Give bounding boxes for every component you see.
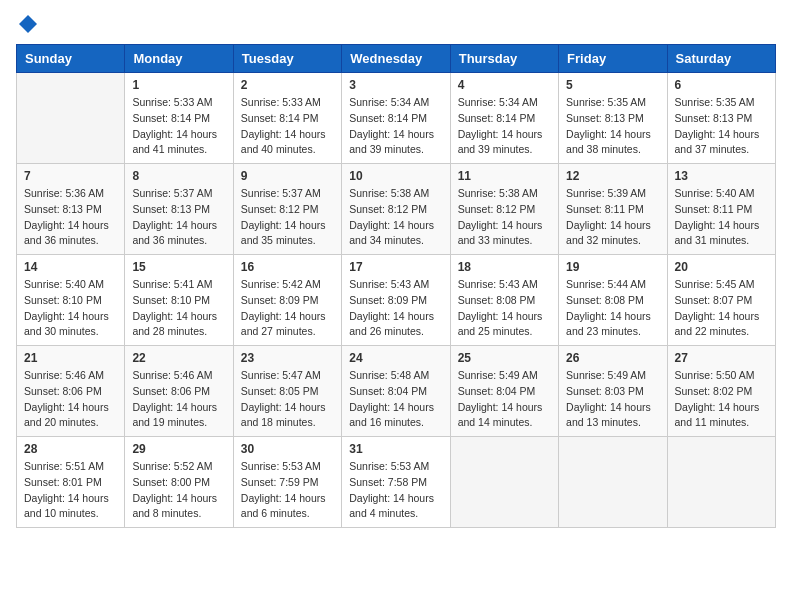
- day-info: Sunrise: 5:51 AMSunset: 8:01 PMDaylight:…: [24, 459, 117, 522]
- sunrise-text: Sunrise: 5:49 AM: [566, 368, 659, 384]
- day-number: 17: [349, 260, 442, 274]
- calendar-cell: 12Sunrise: 5:39 AMSunset: 8:11 PMDayligh…: [559, 164, 667, 255]
- sunset-text: Sunset: 8:04 PM: [349, 384, 442, 400]
- daylight-text: Daylight: 14 hours and 32 minutes.: [566, 218, 659, 250]
- day-info: Sunrise: 5:45 AMSunset: 8:07 PMDaylight:…: [675, 277, 768, 340]
- daylight-text: Daylight: 14 hours and 39 minutes.: [458, 127, 551, 159]
- daylight-text: Daylight: 14 hours and 23 minutes.: [566, 309, 659, 341]
- sunrise-text: Sunrise: 5:40 AM: [675, 186, 768, 202]
- sunrise-text: Sunrise: 5:46 AM: [24, 368, 117, 384]
- day-info: Sunrise: 5:34 AMSunset: 8:14 PMDaylight:…: [458, 95, 551, 158]
- day-info: Sunrise: 5:53 AMSunset: 7:59 PMDaylight:…: [241, 459, 334, 522]
- sunrise-text: Sunrise: 5:51 AM: [24, 459, 117, 475]
- day-info: Sunrise: 5:37 AMSunset: 8:12 PMDaylight:…: [241, 186, 334, 249]
- daylight-text: Daylight: 14 hours and 38 minutes.: [566, 127, 659, 159]
- sunset-text: Sunset: 8:09 PM: [241, 293, 334, 309]
- header-day-saturday: Saturday: [667, 45, 775, 73]
- day-number: 26: [566, 351, 659, 365]
- calendar-cell: 26Sunrise: 5:49 AMSunset: 8:03 PMDayligh…: [559, 346, 667, 437]
- calendar-cell: 21Sunrise: 5:46 AMSunset: 8:06 PMDayligh…: [17, 346, 125, 437]
- day-info: Sunrise: 5:44 AMSunset: 8:08 PMDaylight:…: [566, 277, 659, 340]
- calendar-cell: 4Sunrise: 5:34 AMSunset: 8:14 PMDaylight…: [450, 73, 558, 164]
- calendar-cell: 22Sunrise: 5:46 AMSunset: 8:06 PMDayligh…: [125, 346, 233, 437]
- daylight-text: Daylight: 14 hours and 6 minutes.: [241, 491, 334, 523]
- sunrise-text: Sunrise: 5:34 AM: [458, 95, 551, 111]
- day-number: 8: [132, 169, 225, 183]
- logo: [16, 16, 38, 34]
- day-number: 23: [241, 351, 334, 365]
- sunset-text: Sunset: 8:06 PM: [24, 384, 117, 400]
- day-info: Sunrise: 5:49 AMSunset: 8:04 PMDaylight:…: [458, 368, 551, 431]
- day-info: Sunrise: 5:47 AMSunset: 8:05 PMDaylight:…: [241, 368, 334, 431]
- calendar-cell: 6Sunrise: 5:35 AMSunset: 8:13 PMDaylight…: [667, 73, 775, 164]
- day-number: 21: [24, 351, 117, 365]
- day-info: Sunrise: 5:46 AMSunset: 8:06 PMDaylight:…: [24, 368, 117, 431]
- sunrise-text: Sunrise: 5:52 AM: [132, 459, 225, 475]
- day-number: 7: [24, 169, 117, 183]
- daylight-text: Daylight: 14 hours and 35 minutes.: [241, 218, 334, 250]
- calendar-cell: 3Sunrise: 5:34 AMSunset: 8:14 PMDaylight…: [342, 73, 450, 164]
- sunset-text: Sunset: 8:11 PM: [566, 202, 659, 218]
- header-day-monday: Monday: [125, 45, 233, 73]
- day-info: Sunrise: 5:50 AMSunset: 8:02 PMDaylight:…: [675, 368, 768, 431]
- sunset-text: Sunset: 8:13 PM: [24, 202, 117, 218]
- day-number: 4: [458, 78, 551, 92]
- day-info: Sunrise: 5:40 AMSunset: 8:10 PMDaylight:…: [24, 277, 117, 340]
- sunset-text: Sunset: 8:13 PM: [566, 111, 659, 127]
- day-number: 22: [132, 351, 225, 365]
- sunset-text: Sunset: 8:09 PM: [349, 293, 442, 309]
- day-number: 24: [349, 351, 442, 365]
- day-info: Sunrise: 5:35 AMSunset: 8:13 PMDaylight:…: [566, 95, 659, 158]
- sunrise-text: Sunrise: 5:35 AM: [566, 95, 659, 111]
- day-number: 10: [349, 169, 442, 183]
- day-number: 28: [24, 442, 117, 456]
- day-info: Sunrise: 5:33 AMSunset: 8:14 PMDaylight:…: [241, 95, 334, 158]
- day-info: Sunrise: 5:36 AMSunset: 8:13 PMDaylight:…: [24, 186, 117, 249]
- sunset-text: Sunset: 8:04 PM: [458, 384, 551, 400]
- day-number: 25: [458, 351, 551, 365]
- sunset-text: Sunset: 8:13 PM: [675, 111, 768, 127]
- calendar-cell: 24Sunrise: 5:48 AMSunset: 8:04 PMDayligh…: [342, 346, 450, 437]
- daylight-text: Daylight: 14 hours and 16 minutes.: [349, 400, 442, 432]
- daylight-text: Daylight: 14 hours and 37 minutes.: [675, 127, 768, 159]
- calendar-cell: 8Sunrise: 5:37 AMSunset: 8:13 PMDaylight…: [125, 164, 233, 255]
- daylight-text: Daylight: 14 hours and 13 minutes.: [566, 400, 659, 432]
- day-number: 27: [675, 351, 768, 365]
- day-number: 2: [241, 78, 334, 92]
- sunrise-text: Sunrise: 5:49 AM: [458, 368, 551, 384]
- calendar-cell: 16Sunrise: 5:42 AMSunset: 8:09 PMDayligh…: [233, 255, 341, 346]
- daylight-text: Daylight: 14 hours and 18 minutes.: [241, 400, 334, 432]
- calendar-cell: 14Sunrise: 5:40 AMSunset: 8:10 PMDayligh…: [17, 255, 125, 346]
- header-day-friday: Friday: [559, 45, 667, 73]
- sunrise-text: Sunrise: 5:36 AM: [24, 186, 117, 202]
- day-info: Sunrise: 5:41 AMSunset: 8:10 PMDaylight:…: [132, 277, 225, 340]
- daylight-text: Daylight: 14 hours and 26 minutes.: [349, 309, 442, 341]
- daylight-text: Daylight: 14 hours and 22 minutes.: [675, 309, 768, 341]
- day-number: 20: [675, 260, 768, 274]
- svg-marker-0: [19, 15, 37, 33]
- sunset-text: Sunset: 8:10 PM: [132, 293, 225, 309]
- day-number: 15: [132, 260, 225, 274]
- day-info: Sunrise: 5:43 AMSunset: 8:08 PMDaylight:…: [458, 277, 551, 340]
- calendar-cell: 28Sunrise: 5:51 AMSunset: 8:01 PMDayligh…: [17, 437, 125, 528]
- calendar-week-row: 21Sunrise: 5:46 AMSunset: 8:06 PMDayligh…: [17, 346, 776, 437]
- calendar-cell: 30Sunrise: 5:53 AMSunset: 7:59 PMDayligh…: [233, 437, 341, 528]
- sunset-text: Sunset: 8:14 PM: [349, 111, 442, 127]
- logo-icon: [18, 14, 38, 34]
- daylight-text: Daylight: 14 hours and 11 minutes.: [675, 400, 768, 432]
- sunset-text: Sunset: 8:05 PM: [241, 384, 334, 400]
- calendar-cell: 27Sunrise: 5:50 AMSunset: 8:02 PMDayligh…: [667, 346, 775, 437]
- day-info: Sunrise: 5:49 AMSunset: 8:03 PMDaylight:…: [566, 368, 659, 431]
- day-number: 1: [132, 78, 225, 92]
- sunset-text: Sunset: 8:14 PM: [132, 111, 225, 127]
- daylight-text: Daylight: 14 hours and 28 minutes.: [132, 309, 225, 341]
- sunrise-text: Sunrise: 5:38 AM: [349, 186, 442, 202]
- day-number: 3: [349, 78, 442, 92]
- day-number: 12: [566, 169, 659, 183]
- day-number: 14: [24, 260, 117, 274]
- header-day-thursday: Thursday: [450, 45, 558, 73]
- sunrise-text: Sunrise: 5:39 AM: [566, 186, 659, 202]
- sunrise-text: Sunrise: 5:44 AM: [566, 277, 659, 293]
- day-info: Sunrise: 5:39 AMSunset: 8:11 PMDaylight:…: [566, 186, 659, 249]
- calendar-cell: 10Sunrise: 5:38 AMSunset: 8:12 PMDayligh…: [342, 164, 450, 255]
